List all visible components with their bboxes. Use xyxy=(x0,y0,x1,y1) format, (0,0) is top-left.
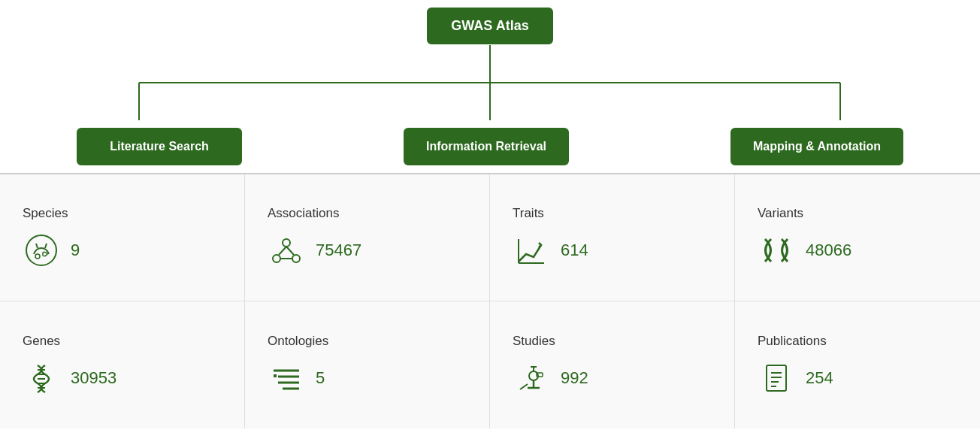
stat-publications-label: Publications xyxy=(758,334,827,349)
stat-traits-label: Traits xyxy=(513,206,544,221)
child-nodes-row: Literature Search Information Retrieval … xyxy=(77,128,903,165)
stat-genes-row: 30953 xyxy=(23,359,116,397)
stat-species-row: 9 xyxy=(23,232,80,269)
studies-icon xyxy=(513,359,550,397)
ontologies-icon xyxy=(268,359,305,397)
child-node-literature[interactable]: Literature Search xyxy=(77,128,242,165)
stat-associations-value: 75467 xyxy=(316,241,361,260)
stat-studies-value: 992 xyxy=(561,368,588,388)
stat-variants-row: 48066 xyxy=(758,232,851,269)
stat-ontologies-label: Ontologies xyxy=(268,334,328,349)
svg-point-6 xyxy=(35,254,40,259)
stat-publications-value: 254 xyxy=(806,368,833,388)
child-node-mapping[interactable]: Mapping & Annotation xyxy=(730,128,903,165)
stat-variants: Variants 48066 xyxy=(735,174,980,301)
associations-icon xyxy=(268,232,305,269)
svg-point-7 xyxy=(283,239,290,247)
stat-publications: Publications 254 xyxy=(735,301,980,428)
svg-line-30 xyxy=(520,384,528,389)
stat-variants-value: 48066 xyxy=(806,241,851,260)
stat-ontologies-row: 5 xyxy=(268,359,325,397)
publications-icon xyxy=(758,359,795,397)
stat-species: Species 9 xyxy=(0,174,245,301)
stat-genes: Genes 30953 xyxy=(0,301,245,428)
tree-section: GWAS Atlas Literature Search Information… xyxy=(0,0,980,173)
stat-publications-row: 254 xyxy=(758,359,833,397)
stat-genes-value: 30953 xyxy=(71,368,116,388)
svg-point-9 xyxy=(292,255,300,262)
root-node: GWAS Atlas xyxy=(427,8,552,44)
stat-studies-label: Studies xyxy=(513,334,555,349)
stat-variants-label: Variants xyxy=(758,206,803,221)
stats-section: Species 9 Associations xyxy=(0,173,980,428)
svg-line-11 xyxy=(286,247,294,255)
variants-icon xyxy=(758,232,795,269)
stat-ontologies: Ontologies 5 xyxy=(245,301,490,428)
species-icon xyxy=(23,232,60,269)
stat-associations-row: 75467 xyxy=(268,232,361,269)
stat-species-value: 9 xyxy=(71,241,80,260)
stat-associations-label: Associations xyxy=(268,206,339,221)
main-container: GWAS Atlas Literature Search Information… xyxy=(0,0,980,442)
stat-associations: Associations 75467 xyxy=(245,174,490,301)
stat-traits-value: 614 xyxy=(561,241,588,260)
stat-traits-row: 614 xyxy=(513,232,588,269)
stat-studies: Studies 992 xyxy=(490,301,735,428)
stat-studies-row: 992 xyxy=(513,359,588,397)
svg-rect-24 xyxy=(274,374,277,377)
stat-species-label: Species xyxy=(23,206,68,221)
svg-point-8 xyxy=(273,255,280,262)
traits-icon xyxy=(513,232,550,269)
child-node-information[interactable]: Information Retrieval xyxy=(404,128,569,165)
root-label: GWAS Atlas xyxy=(451,18,528,33)
stat-ontologies-value: 5 xyxy=(316,368,325,388)
genes-icon xyxy=(23,359,60,397)
stat-genes-label: Genes xyxy=(23,334,60,349)
stat-traits: Traits 614 xyxy=(490,174,735,301)
svg-line-10 xyxy=(279,247,286,255)
svg-point-5 xyxy=(26,235,56,265)
